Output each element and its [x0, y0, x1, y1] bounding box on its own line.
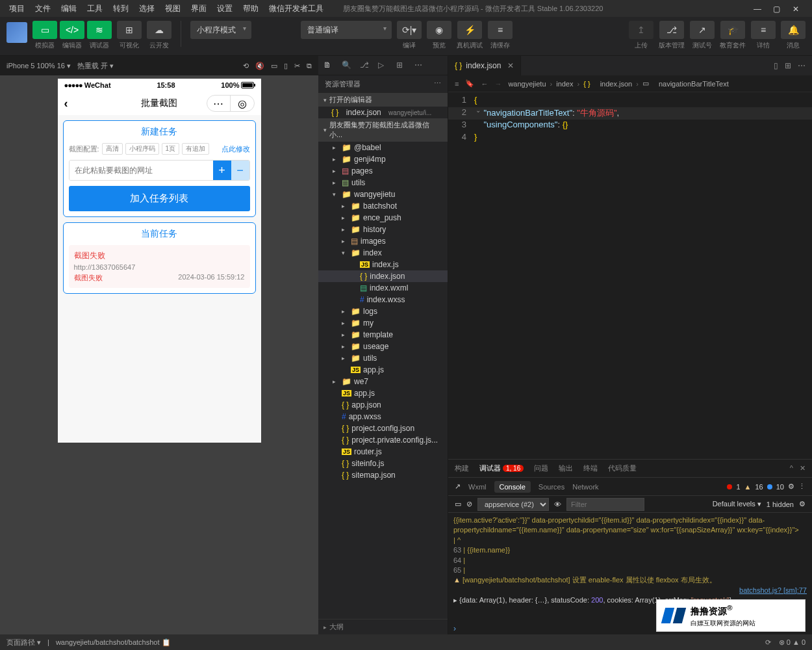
- menu-goto[interactable]: 转到: [109, 1, 133, 16]
- tree-item[interactable]: { } sitemap.json: [318, 469, 448, 481]
- bp-debugger-tab[interactable]: 调试器1, 16: [479, 463, 524, 473]
- bookmark-icon[interactable]: 🔖: [465, 79, 474, 88]
- tree-item[interactable]: ▸ 📁 logs: [318, 306, 448, 317]
- tree-item[interactable]: { } project.config.json: [318, 422, 448, 434]
- menu-file[interactable]: 文件: [31, 1, 55, 16]
- upload-button[interactable]: ↥: [629, 21, 653, 39]
- device-icon1[interactable]: ▭: [271, 62, 277, 70]
- tree-item[interactable]: { } project.private.config.js...: [318, 434, 448, 446]
- test-button[interactable]: ↗: [690, 21, 715, 39]
- split-icon[interactable]: ▯: [774, 61, 778, 70]
- filter-gear-icon[interactable]: ⚙: [799, 500, 806, 508]
- popout-icon[interactable]: ⧉: [307, 62, 312, 70]
- menu-edit[interactable]: 编辑: [57, 1, 81, 16]
- mode-select[interactable]: 小程序模式: [190, 21, 251, 39]
- menu-view[interactable]: 视图: [161, 1, 184, 16]
- device-icon2[interactable]: ▯: [284, 62, 288, 70]
- menu-select[interactable]: 选择: [135, 1, 159, 16]
- list-icon[interactable]: ≡: [455, 80, 459, 88]
- tree-item[interactable]: ▾ 📁 index: [318, 247, 448, 259]
- bp-output-tab[interactable]: 输出: [559, 463, 573, 473]
- tree-item[interactable]: ▸ 📁 batchshot: [318, 200, 448, 212]
- add-task-button[interactable]: 加入任务列表: [69, 186, 250, 211]
- compile-button[interactable]: ⟳|▾: [397, 21, 422, 39]
- bp-terminal-tab[interactable]: 终端: [583, 463, 598, 473]
- levels-select[interactable]: Default levels ▾: [713, 500, 761, 508]
- preview-button[interactable]: ◉: [427, 21, 451, 39]
- search-tab-icon[interactable]: 🔍: [342, 60, 352, 71]
- menu-help[interactable]: 帮助: [239, 1, 262, 16]
- ext-tab-icon[interactable]: ⊞: [396, 60, 407, 71]
- phone-capsule[interactable]: ⋯◎: [207, 95, 255, 112]
- tree-item[interactable]: ▸ 📁 ence_push: [318, 212, 448, 224]
- version-button[interactable]: ⎇: [659, 21, 684, 39]
- tree-item[interactable]: ▸ ▤ utils: [318, 177, 448, 188]
- phone-back-icon[interactable]: ‹: [64, 97, 68, 110]
- bp-close-icon[interactable]: ✕: [800, 464, 806, 473]
- tree-item[interactable]: { } index.json: [318, 270, 448, 282]
- mute-icon[interactable]: 🔇: [255, 62, 264, 70]
- tree-item[interactable]: ▸ 📁 we7: [318, 376, 448, 387]
- error-count[interactable]: ⊗ 0 ▲ 0: [779, 638, 806, 647]
- tree-item[interactable]: ▤ index.wxml: [318, 282, 448, 294]
- tree-item[interactable]: { } app.json: [318, 399, 448, 411]
- tree-item[interactable]: # app.wxss: [318, 411, 448, 422]
- url-input[interactable]: [70, 161, 213, 180]
- open-file-item[interactable]: { } index.json wangyejietu/i...: [318, 107, 448, 118]
- menu-devtools[interactable]: 微信开发者工具: [265, 1, 327, 16]
- tree-item[interactable]: ▸ 📁 useage: [318, 341, 448, 352]
- eye-icon[interactable]: 👁: [554, 500, 561, 508]
- rotate-icon[interactable]: ⟲: [243, 62, 249, 70]
- debug-tab-icon[interactable]: ▷: [378, 60, 388, 71]
- sync-icon[interactable]: ⟳: [765, 638, 771, 647]
- tree-item[interactable]: ▸ 📁 template: [318, 329, 448, 341]
- visual-button[interactable]: ⊞: [117, 21, 142, 39]
- device-info[interactable]: iPhone 5 100% 16 ▾: [6, 62, 71, 70]
- bp-up-icon[interactable]: ^: [790, 464, 793, 473]
- message-button[interactable]: 🔔: [781, 21, 806, 39]
- menu-tools[interactable]: 工具: [83, 1, 107, 16]
- clear-icon[interactable]: ⊘: [466, 500, 472, 508]
- edu-button[interactable]: 🎓: [720, 21, 745, 39]
- tree-item[interactable]: ▸ 📁 history: [318, 224, 448, 235]
- tree-item[interactable]: ▸ 📁 my: [318, 317, 448, 329]
- tree-item[interactable]: ▸ 📁 utils: [318, 352, 448, 364]
- editor-tab[interactable]: { }index.json✕: [448, 56, 521, 75]
- minus-button[interactable]: −: [231, 161, 249, 180]
- cut-icon[interactable]: ✂: [294, 62, 300, 70]
- code-editor[interactable]: ⌄ 1{ 2 "navigationBarTitleText": "牛角源码",…: [448, 92, 812, 459]
- simulator-button[interactable]: ▭: [32, 21, 57, 39]
- hot-reload[interactable]: 热重载 开 ▾: [77, 61, 114, 71]
- context-select[interactable]: appservice (#2): [477, 498, 549, 511]
- network-tab[interactable]: Network: [572, 483, 598, 491]
- compile-select[interactable]: 普通编译: [301, 21, 392, 39]
- forward-icon[interactable]: →: [494, 80, 501, 88]
- plus-button[interactable]: +: [213, 161, 231, 180]
- menu-settings[interactable]: 设置: [213, 1, 236, 16]
- project-section[interactable]: 朋友圈集赞万能截图生成器微信小...: [318, 118, 448, 142]
- outline-section[interactable]: 大纲: [318, 619, 448, 634]
- real-debug-button[interactable]: ⚡: [457, 21, 482, 39]
- editor-button[interactable]: </>: [60, 21, 84, 39]
- tree-item[interactable]: JS router.js: [318, 446, 448, 458]
- git-tab-icon[interactable]: ⎇: [360, 60, 370, 71]
- open-editors-section[interactable]: 打开的编辑器: [318, 93, 448, 107]
- maximize-button[interactable]: ▢: [773, 5, 781, 12]
- minimize-button[interactable]: —: [754, 5, 761, 12]
- back-icon[interactable]: ←: [481, 80, 488, 88]
- bp-more-icon[interactable]: ⋮: [798, 482, 806, 491]
- cloud-button[interactable]: ☁: [147, 21, 171, 39]
- bp-build-tab[interactable]: 构建: [455, 463, 469, 473]
- page-path-label[interactable]: 页面路径 ▾: [6, 638, 41, 647]
- hidden-count[interactable]: 1 hidden: [767, 500, 794, 508]
- tree-item[interactable]: JS app.js: [318, 387, 448, 399]
- tree-item[interactable]: JS index.js: [318, 259, 448, 270]
- detail-button[interactable]: ≡: [751, 21, 776, 39]
- clear-cache-button[interactable]: ≡: [488, 21, 513, 39]
- menu-project[interactable]: 项目: [5, 1, 29, 16]
- more-tab-icon[interactable]: ⋯: [414, 60, 425, 71]
- tree-item[interactable]: JS app.js: [318, 364, 448, 376]
- console-tab[interactable]: Console: [494, 481, 531, 493]
- page-path[interactable]: wangyejietu/batchshot/batchshot 📋: [56, 638, 171, 647]
- tree-item[interactable]: ▾ 📁 wangyejietu: [318, 188, 448, 200]
